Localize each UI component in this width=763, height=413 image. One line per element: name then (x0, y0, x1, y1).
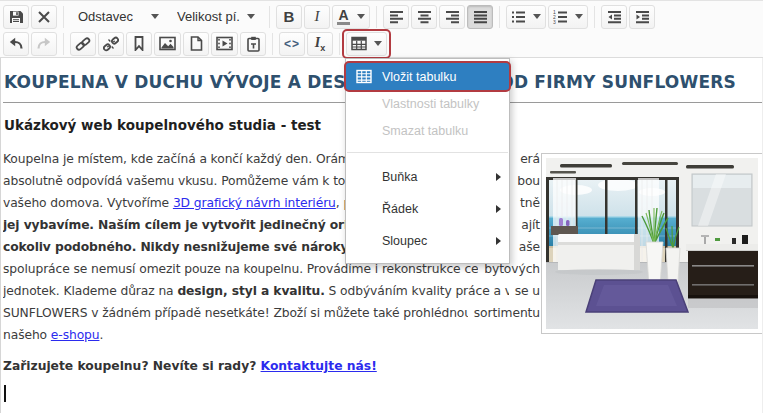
menu-item-column[interactable]: Sloupec (346, 225, 509, 257)
bathroom-photo-image (546, 158, 758, 329)
table-button[interactable] (346, 32, 387, 56)
text-segment: bou (517, 174, 540, 188)
bold-button[interactable]: B (276, 5, 302, 29)
page-title-right: OD FIRMY SUNFLOWERS (499, 72, 736, 92)
paste-text-icon (246, 36, 261, 52)
paragraph-format-select[interactable]: Odstavec (71, 5, 166, 29)
bullet-list-button[interactable] (506, 5, 546, 29)
submenu-arrow-icon (496, 205, 501, 213)
align-left-button[interactable] (383, 5, 409, 29)
menu-item-label: Řádek (382, 202, 418, 216)
svg-text:3: 3 (553, 18, 556, 23)
chevron-down-icon (151, 14, 159, 19)
align-left-icon (389, 10, 404, 24)
numbered-list-button[interactable]: 123 (548, 5, 588, 29)
redo-button[interactable] (31, 32, 57, 56)
fontsize-select-label: Velikost pí... (177, 9, 240, 24)
remove-link-button[interactable] (98, 32, 124, 56)
text-segment: erá (520, 152, 540, 166)
clear-formatting-button[interactable]: Ix (307, 32, 333, 56)
align-right-button[interactable] (439, 5, 465, 29)
link-icon (75, 36, 91, 52)
bathroom-photo[interactable] (541, 153, 763, 334)
remove-format-icon: Ix (315, 35, 325, 53)
text-segment: Koupelna je místem, kde začíná a končí k… (3, 152, 361, 166)
text-color-button[interactable]: A (332, 5, 370, 29)
text-segment: SUNFLOWERS v žádném případě nesetkáte! Z… (3, 306, 468, 320)
indent-icon (635, 10, 650, 24)
submenu-arrow-icon (496, 173, 501, 181)
text-segment: S odbýváním kvality práce a všedností (325, 284, 509, 298)
wysiwyg-editor: Odstavec Velikost pí... B I A (0, 0, 763, 413)
chevron-down-icon (374, 41, 382, 46)
cancel-button[interactable] (31, 5, 57, 29)
bullet-list-icon (511, 10, 526, 24)
numbered-list-icon: 123 (553, 10, 568, 24)
table-grid-icon (356, 69, 376, 85)
toolbar-separator (269, 6, 270, 28)
close-icon (37, 10, 51, 24)
text-color-icon: A (337, 9, 349, 25)
text-segment: spolupráce se nemusí omezit pouze na kou… (3, 262, 478, 276)
justify-button[interactable] (467, 5, 493, 29)
source-code-button[interactable]: <> (279, 32, 305, 56)
text-segment: aše (519, 240, 540, 254)
menu-separator (347, 152, 508, 153)
menu-item-cell[interactable]: Buňka (346, 161, 509, 193)
toolbar-separator (63, 6, 64, 28)
media-icon (216, 36, 233, 51)
redo-icon (36, 36, 52, 51)
undo-icon (8, 36, 24, 51)
text-segment: našeho (3, 328, 51, 342)
indent-button[interactable] (629, 5, 655, 29)
chevron-down-icon (533, 14, 541, 19)
toolbar-separator (272, 33, 273, 55)
menu-item-insert-table[interactable]: Vložit tabulku (346, 63, 509, 90)
align-right-icon (445, 10, 460, 24)
code-icon: <> (284, 37, 300, 51)
new-document-button[interactable] (183, 32, 209, 56)
text-segment: jej vybavíme. Naším cílem je vytvořit je… (3, 218, 392, 232)
text-segment: se u (515, 284, 540, 298)
insert-image-button[interactable] (154, 32, 181, 56)
format-select-label: Odstavec (78, 9, 133, 24)
align-center-icon (417, 10, 432, 24)
text-link[interactable]: 3D grafický návrh interiéru (173, 196, 336, 210)
menu-item-label: Vlastnosti tabulky (382, 97, 479, 111)
text-segment: tně (520, 196, 540, 210)
text-segment: . (99, 328, 103, 342)
closing-paragraph: Zařizujete koupelnu? Nevíte si rady? Kon… (3, 355, 762, 377)
paragraph-line: SUNFLOWERS v žádném případě nesetkáte! Z… (3, 302, 540, 324)
image-icon (159, 36, 176, 51)
insert-media-button[interactable] (211, 32, 238, 56)
text-segment: absolutně odpovídá vašemu vkusu. Pomůžem… (3, 174, 395, 188)
text-segment: cokoliv podobného. Nikdy nesnižujeme své… (3, 240, 388, 254)
table-button-wrap (345, 32, 388, 56)
save-icon (8, 9, 24, 25)
paragraph-line: jednotek. Klademe důraz na design, styl … (3, 280, 540, 302)
italic-button[interactable]: I (304, 5, 330, 29)
toolbar-row-2: <> Ix (2, 30, 761, 57)
anchor-bookmark-icon (132, 36, 146, 51)
submenu-arrow-icon (496, 237, 501, 245)
menu-item-delete-table: Smazat tabulku (346, 117, 509, 144)
toolbar-row-1: Odstavec Velikost pí... B I A (2, 3, 761, 30)
insert-link-button[interactable] (70, 32, 96, 56)
toolbar-separator (594, 6, 595, 28)
toolbar-separator (376, 6, 377, 28)
fontsize-select[interactable]: Velikost pí... (170, 5, 262, 29)
text-link[interactable]: Kontaktujte nás! (261, 359, 377, 373)
paste-text-button[interactable] (240, 32, 266, 56)
menu-item-row[interactable]: Řádek (346, 193, 509, 225)
save-button[interactable] (3, 5, 29, 29)
page-title-left: KOUPELNA V DUCHU VÝVOJE A DESIGNU (4, 72, 395, 92)
menu-item-label: Sloupec (382, 234, 427, 248)
undo-button[interactable] (3, 32, 29, 56)
align-center-button[interactable] (411, 5, 437, 29)
text-segment: Zařizujete koupelnu? Nevíte si rady? (3, 359, 261, 373)
outdent-button[interactable] (601, 5, 627, 29)
text-cursor (4, 385, 6, 402)
text-link[interactable]: e-shopu (51, 328, 100, 342)
anchor-button[interactable] (126, 32, 152, 56)
text-segment: design, styl a kvalitu. (177, 284, 324, 298)
